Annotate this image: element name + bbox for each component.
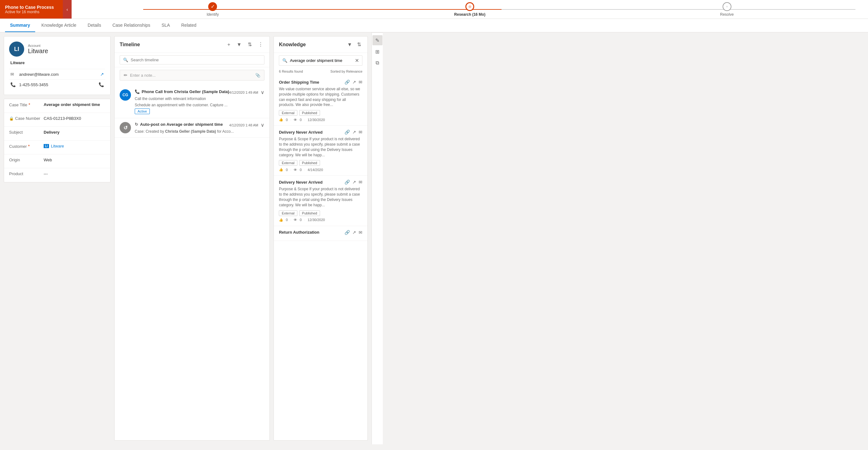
customer-link-icon: LI xyxy=(44,144,49,148)
account-header: LI Account Litware xyxy=(9,41,105,57)
timeline-filter-button[interactable]: ▼ xyxy=(235,40,243,49)
process-bar: Phone to Case Process Active for 16 mont… xyxy=(0,0,868,19)
knowledge-tags-0: External Published xyxy=(279,110,363,116)
timeline-search-input[interactable] xyxy=(131,58,261,62)
side-toolbar-pencil-button[interactable]: ✎ xyxy=(372,35,382,45)
knowledge-footer-2: 👍 0 · 👁 0 · 12/30/2020 xyxy=(279,218,363,222)
knowledge-views-1: 0 xyxy=(300,168,302,172)
email-icon: ✉ xyxy=(10,72,17,77)
case-product-row: Product --- xyxy=(4,168,110,182)
process-title-block: Phone to Case Process Active for 16 mont… xyxy=(0,0,63,19)
knowledge-item-2: Delivery Never Arrived 🔗 ↗ ✉ Purpose & S… xyxy=(274,176,367,226)
knowledge-sort-label: Sorted by Relevance xyxy=(330,69,363,73)
knowledge-item-actions-3: 🔗 ↗ ✉ xyxy=(344,230,363,235)
timeline-expand-0[interactable]: ∨ xyxy=(261,89,265,95)
knowledge-views-0: 0 xyxy=(300,118,302,122)
step-circle-identify: ✓ xyxy=(208,2,217,11)
timeline-item-title-0: 📞 Phone Call from Christa Geller (Sample… xyxy=(135,89,229,94)
knowledge-share-icon-3[interactable]: ↗ xyxy=(352,230,356,235)
side-toolbar-copy-button[interactable]: ⧉ xyxy=(372,58,382,68)
knowledge-link-icon-1[interactable]: 🔗 xyxy=(344,130,350,135)
tab-knowledge-article[interactable]: Knowledge Article xyxy=(36,19,81,32)
account-info: Account Litware xyxy=(28,44,48,55)
knowledge-tag-external-2: External xyxy=(279,210,297,216)
knowledge-search-wrap: 🔍 ✕ xyxy=(279,55,363,66)
knowledge-email-icon-1[interactable]: ✉ xyxy=(359,130,363,135)
knowledge-email-icon-0[interactable]: ✉ xyxy=(359,80,363,85)
timeline-more-button[interactable]: ⋮ xyxy=(257,40,265,49)
case-product-value: --- xyxy=(44,171,105,176)
case-origin-row: Origin Web xyxy=(4,154,110,168)
timeline-item-content-0: 📞 Phone Call from Christa Geller (Sample… xyxy=(135,89,265,114)
timeline-add-button[interactable]: + xyxy=(226,40,231,49)
knowledge-header-actions: ▼ ⇅ xyxy=(346,40,363,49)
knowledge-item-desc-2: Purpose & Scope If your product is not d… xyxy=(279,187,363,207)
case-customer-value[interactable]: LI Litware xyxy=(44,144,105,148)
timeline-expand-1[interactable]: ∨ xyxy=(261,122,265,128)
knowledge-email-icon-3[interactable]: ✉ xyxy=(359,230,363,235)
knowledge-item-desc-1: Purpose & Scope If your product is not d… xyxy=(279,137,363,158)
knowledge-clear-button[interactable]: ✕ xyxy=(355,58,359,63)
knowledge-filter-button[interactable]: ▼ xyxy=(346,40,353,49)
timeline-body: CG 📞 Phone Call from Christa Geller (Sam… xyxy=(115,83,270,440)
case-origin-value: Web xyxy=(44,158,105,162)
autopost-icon: ↺ xyxy=(123,125,127,131)
timeline-date-0: 4/12/2020 1:49 AM xyxy=(229,90,258,94)
timeline-item-title-1: ↻ Auto-post on Average order shipment ti… xyxy=(135,122,223,127)
tab-case-relationships[interactable]: Case Relationships xyxy=(107,19,155,32)
knowledge-date-1: 4/14/2020 xyxy=(308,168,323,172)
side-toolbar-grid-button[interactable]: ⊞ xyxy=(372,47,382,57)
knowledge-sort-button[interactable]: ⇅ xyxy=(356,40,363,49)
timeline-card: Timeline + ▼ ⇅ ⋮ 🔍 ✏ Enter xyxy=(114,36,270,441)
process-steps: ✓ Identify ◎ Research (16 Mo) ○ Resolve xyxy=(71,2,868,17)
knowledge-likes-2: 0 xyxy=(286,218,288,222)
process-step-resolve[interactable]: ○ Resolve xyxy=(598,2,856,17)
knowledge-item-title-3: Return Authorization xyxy=(279,230,344,234)
process-step-identify[interactable]: ✓ Identify xyxy=(84,2,341,17)
timeline-title: Timeline xyxy=(120,42,140,48)
timeline-actions: + ▼ ⇅ ⋮ xyxy=(226,40,265,49)
phone-action-icon[interactable]: 📞 xyxy=(99,82,104,87)
timeline-sort-button[interactable]: ⇅ xyxy=(247,40,253,49)
tab-summary[interactable]: Summary xyxy=(5,19,35,32)
knowledge-tag-published-1: Published xyxy=(299,160,320,166)
knowledge-tag-external-0: External xyxy=(279,110,297,116)
knowledge-link-icon-0[interactable]: 🔗 xyxy=(344,80,350,85)
search-icon: 🔍 xyxy=(123,58,128,62)
tab-sla[interactable]: SLA xyxy=(157,19,175,32)
case-title-row: Case Title * Average order shipment time xyxy=(4,99,110,113)
step-label-resolve: Resolve xyxy=(720,12,734,17)
knowledge-link-icon-2[interactable]: 🔗 xyxy=(344,179,350,185)
knowledge-search-input[interactable] xyxy=(290,58,352,63)
process-subtitle: Active for 16 months xyxy=(5,10,58,14)
knowledge-share-icon-0[interactable]: ↗ xyxy=(352,80,356,85)
thumbs-up-icon-2: 👍 xyxy=(279,218,283,222)
knowledge-item-actions-1: 🔗 ↗ ✉ xyxy=(344,130,363,135)
eye-icon-2: 👁 xyxy=(293,218,297,222)
timeline-item-content-1: ↻ Auto-post on Average order shipment ti… xyxy=(135,122,265,134)
knowledge-tag-published-0: Published xyxy=(299,110,320,116)
process-collapse-button[interactable]: ‹ xyxy=(63,0,71,19)
knowledge-footer-0: 👍 0 · 👁 0 · 12/30/2020 xyxy=(279,118,363,122)
tab-details[interactable]: Details xyxy=(83,19,106,32)
email-action-icon[interactable]: ↗ xyxy=(100,72,104,77)
knowledge-results-count: 6 Results found xyxy=(279,69,303,73)
attachment-icon: 📎 xyxy=(255,73,260,78)
knowledge-item-0: Order Shipping Time 🔗 ↗ ✉ We value custo… xyxy=(274,76,367,126)
knowledge-footer-1: 👍 0 · 👁 0 · 4/14/2020 xyxy=(279,168,363,172)
account-label: Account xyxy=(28,44,48,48)
knowledge-share-icon-2[interactable]: ↗ xyxy=(352,179,356,185)
case-title-value: Average order shipment time xyxy=(44,102,105,107)
timeline-avatar-0: CG xyxy=(120,89,131,101)
case-customer-row: Customer * LI Litware xyxy=(4,141,110,154)
knowledge-card: Knowledge ▼ ⇅ 🔍 ✕ 6 Results found Sorted… xyxy=(274,36,368,441)
process-step-research[interactable]: ◎ Research (16 Mo) xyxy=(341,2,598,17)
knowledge-item-desc-0: We value customer service above all else… xyxy=(279,86,363,108)
step-label-identify: Identify xyxy=(207,12,219,17)
knowledge-item-header-3: Return Authorization 🔗 ↗ ✉ xyxy=(279,230,363,235)
knowledge-email-icon-2[interactable]: ✉ xyxy=(359,179,363,185)
note-input-wrap[interactable]: ✏ Enter a note... 📎 xyxy=(120,70,265,81)
knowledge-link-icon-3[interactable]: 🔗 xyxy=(344,230,350,235)
knowledge-share-icon-1[interactable]: ↗ xyxy=(352,130,356,135)
tab-related[interactable]: Related xyxy=(176,19,201,32)
